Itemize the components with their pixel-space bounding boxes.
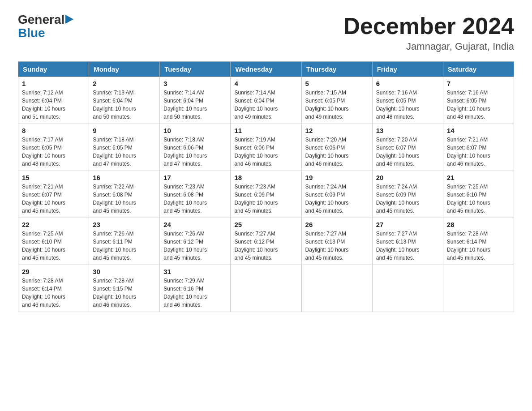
calendar-cell: 30 Sunrise: 7:28 AM Sunset: 6:15 PM Dayl… [89, 265, 160, 312]
logo-general-text: General [18, 13, 64, 26]
day-info: Sunrise: 7:21 AM Sunset: 6:07 PM Dayligh… [22, 184, 65, 214]
day-info: Sunrise: 7:15 AM Sunset: 6:05 PM Dayligh… [305, 90, 349, 120]
day-number: 26 [305, 221, 369, 228]
day-number: 6 [376, 80, 439, 87]
calendar-cell: 3 Sunrise: 7:14 AM Sunset: 6:04 PM Dayli… [160, 77, 231, 124]
page-header: General Blue December 2024 Jamnagar, Guj… [18, 13, 514, 52]
calendar-week-row: 8 Sunrise: 7:17 AM Sunset: 6:05 PM Dayli… [18, 124, 514, 171]
calendar-cell: 11 Sunrise: 7:19 AM Sunset: 6:06 PM Dayl… [231, 124, 301, 171]
day-number: 27 [376, 221, 439, 228]
calendar-cell: 15 Sunrise: 7:21 AM Sunset: 6:07 PM Dayl… [18, 171, 89, 218]
day-info: Sunrise: 7:22 AM Sunset: 6:08 PM Dayligh… [93, 184, 136, 214]
calendar-cell: 14 Sunrise: 7:21 AM Sunset: 6:07 PM Dayl… [443, 124, 514, 171]
calendar-week-row: 22 Sunrise: 7:25 AM Sunset: 6:10 PM Dayl… [18, 218, 514, 265]
calendar-day-header: Monday [89, 62, 160, 77]
calendar-cell: 27 Sunrise: 7:27 AM Sunset: 6:13 PM Dayl… [372, 218, 443, 265]
day-info: Sunrise: 7:20 AM Sunset: 6:06 PM Dayligh… [305, 137, 349, 167]
day-info: Sunrise: 7:14 AM Sunset: 6:04 PM Dayligh… [163, 90, 207, 120]
calendar-subtitle: Jamnagar, Gujarat, India [343, 41, 514, 52]
calendar-title: December 2024 [343, 13, 514, 39]
day-info: Sunrise: 7:27 AM Sunset: 6:13 PM Dayligh… [305, 231, 349, 261]
day-number: 30 [93, 268, 156, 275]
day-info: Sunrise: 7:26 AM Sunset: 6:12 PM Dayligh… [163, 231, 207, 261]
calendar-day-header: Wednesday [231, 62, 301, 77]
calendar-cell: 26 Sunrise: 7:27 AM Sunset: 6:13 PM Dayl… [301, 218, 372, 265]
day-info: Sunrise: 7:13 AM Sunset: 6:04 PM Dayligh… [93, 90, 136, 120]
day-number: 21 [447, 174, 510, 181]
calendar-cell: 1 Sunrise: 7:12 AM Sunset: 6:04 PM Dayli… [18, 77, 89, 124]
day-info: Sunrise: 7:20 AM Sunset: 6:07 PM Dayligh… [376, 137, 420, 167]
day-number: 23 [93, 221, 156, 228]
day-info: Sunrise: 7:27 AM Sunset: 6:13 PM Dayligh… [376, 231, 420, 261]
day-info: Sunrise: 7:28 AM Sunset: 6:14 PM Dayligh… [22, 278, 65, 308]
calendar-cell: 20 Sunrise: 7:24 AM Sunset: 6:09 PM Dayl… [372, 171, 443, 218]
day-number: 5 [305, 80, 369, 87]
day-number: 28 [447, 221, 510, 228]
calendar-cell: 29 Sunrise: 7:28 AM Sunset: 6:14 PM Dayl… [18, 265, 89, 312]
day-info: Sunrise: 7:12 AM Sunset: 6:04 PM Dayligh… [22, 90, 65, 120]
day-info: Sunrise: 7:18 AM Sunset: 6:05 PM Dayligh… [93, 137, 136, 167]
calendar-cell: 5 Sunrise: 7:15 AM Sunset: 6:05 PM Dayli… [301, 77, 372, 124]
day-number: 10 [163, 127, 227, 134]
day-number: 13 [376, 127, 439, 134]
calendar-cell: 8 Sunrise: 7:17 AM Sunset: 6:05 PM Dayli… [18, 124, 89, 171]
day-info: Sunrise: 7:25 AM Sunset: 6:10 PM Dayligh… [22, 231, 65, 261]
day-info: Sunrise: 7:16 AM Sunset: 6:05 PM Dayligh… [447, 90, 490, 120]
calendar-day-header: Saturday [443, 62, 514, 77]
day-number: 3 [163, 80, 227, 87]
day-info: Sunrise: 7:29 AM Sunset: 6:16 PM Dayligh… [163, 278, 207, 308]
day-number: 17 [163, 174, 227, 181]
calendar-cell [301, 265, 372, 312]
day-number: 16 [93, 174, 156, 181]
day-number: 4 [234, 80, 297, 87]
day-info: Sunrise: 7:17 AM Sunset: 6:05 PM Dayligh… [22, 137, 65, 167]
day-number: 22 [22, 221, 85, 228]
day-number: 20 [376, 174, 439, 181]
day-info: Sunrise: 7:19 AM Sunset: 6:06 PM Dayligh… [234, 137, 278, 167]
day-info: Sunrise: 7:21 AM Sunset: 6:07 PM Dayligh… [447, 137, 490, 167]
calendar-cell: 19 Sunrise: 7:24 AM Sunset: 6:09 PM Dayl… [301, 171, 372, 218]
day-info: Sunrise: 7:23 AM Sunset: 6:08 PM Dayligh… [163, 184, 207, 214]
day-info: Sunrise: 7:24 AM Sunset: 6:09 PM Dayligh… [376, 184, 420, 214]
calendar-cell: 25 Sunrise: 7:27 AM Sunset: 6:12 PM Dayl… [231, 218, 301, 265]
calendar-cell: 16 Sunrise: 7:22 AM Sunset: 6:08 PM Dayl… [89, 171, 160, 218]
calendar-cell: 7 Sunrise: 7:16 AM Sunset: 6:05 PM Dayli… [443, 77, 514, 124]
logo: General Blue [18, 13, 73, 40]
day-info: Sunrise: 7:27 AM Sunset: 6:12 PM Dayligh… [234, 231, 278, 261]
day-number: 8 [22, 127, 85, 134]
calendar-cell: 6 Sunrise: 7:16 AM Sunset: 6:05 PM Dayli… [372, 77, 443, 124]
day-number: 9 [93, 127, 156, 134]
calendar-cell: 21 Sunrise: 7:25 AM Sunset: 6:10 PM Dayl… [443, 171, 514, 218]
calendar-cell: 18 Sunrise: 7:23 AM Sunset: 6:09 PM Dayl… [231, 171, 301, 218]
day-info: Sunrise: 7:25 AM Sunset: 6:10 PM Dayligh… [447, 184, 490, 214]
day-number: 19 [305, 174, 369, 181]
day-number: 1 [22, 80, 85, 87]
svg-marker-0 [65, 15, 73, 24]
calendar-cell: 22 Sunrise: 7:25 AM Sunset: 6:10 PM Dayl… [18, 218, 89, 265]
day-info: Sunrise: 7:28 AM Sunset: 6:15 PM Dayligh… [93, 278, 136, 308]
calendar-cell: 24 Sunrise: 7:26 AM Sunset: 6:12 PM Dayl… [160, 218, 231, 265]
calendar-cell: 17 Sunrise: 7:23 AM Sunset: 6:08 PM Dayl… [160, 171, 231, 218]
calendar-week-row: 1 Sunrise: 7:12 AM Sunset: 6:04 PM Dayli… [18, 77, 514, 124]
day-number: 18 [234, 174, 297, 181]
calendar-cell: 2 Sunrise: 7:13 AM Sunset: 6:04 PM Dayli… [89, 77, 160, 124]
calendar-table: SundayMondayTuesdayWednesdayThursdayFrid… [18, 61, 514, 312]
day-info: Sunrise: 7:28 AM Sunset: 6:14 PM Dayligh… [447, 231, 490, 261]
calendar-day-header: Friday [372, 62, 443, 77]
calendar-cell [372, 265, 443, 312]
day-info: Sunrise: 7:26 AM Sunset: 6:11 PM Dayligh… [93, 231, 136, 261]
calendar-cell: 31 Sunrise: 7:29 AM Sunset: 6:16 PM Dayl… [160, 265, 231, 312]
day-number: 31 [163, 268, 227, 275]
day-number: 15 [22, 174, 85, 181]
calendar-cell: 10 Sunrise: 7:18 AM Sunset: 6:06 PM Dayl… [160, 124, 231, 171]
calendar-cell: 23 Sunrise: 7:26 AM Sunset: 6:11 PM Dayl… [89, 218, 160, 265]
calendar-day-header: Tuesday [160, 62, 231, 77]
calendar-cell: 9 Sunrise: 7:18 AM Sunset: 6:05 PM Dayli… [89, 124, 160, 171]
day-number: 11 [234, 127, 297, 134]
day-number: 14 [447, 127, 510, 134]
logo-arrow-icon [65, 15, 73, 25]
calendar-body: 1 Sunrise: 7:12 AM Sunset: 6:04 PM Dayli… [18, 77, 514, 312]
title-block: December 2024 Jamnagar, Gujarat, India [343, 13, 514, 52]
day-info: Sunrise: 7:23 AM Sunset: 6:09 PM Dayligh… [234, 184, 278, 214]
calendar-cell: 4 Sunrise: 7:14 AM Sunset: 6:04 PM Dayli… [231, 77, 301, 124]
